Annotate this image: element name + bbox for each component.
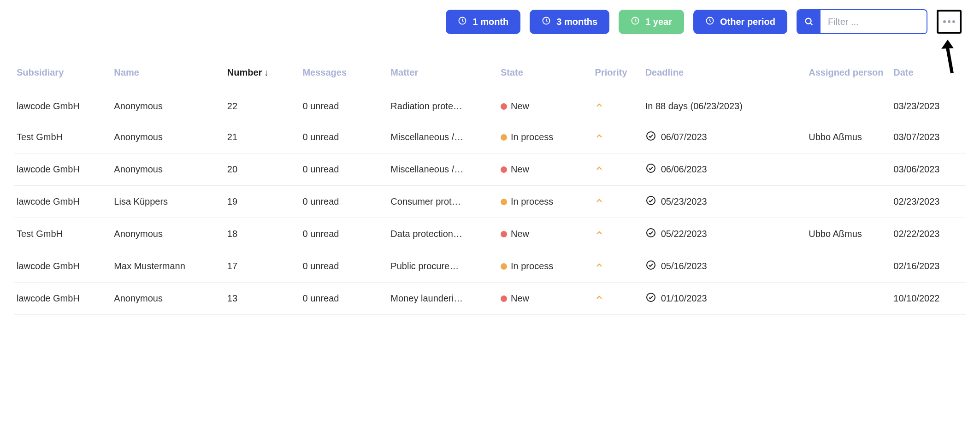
col-number-header[interactable]: Number↓ (224, 62, 300, 92)
cell-messages: 0 unread (300, 218, 388, 250)
state-dot-icon (501, 231, 507, 237)
col-priority-header[interactable]: Priority (592, 62, 643, 92)
cell-deadline: 06/06/2023 (643, 153, 806, 186)
toolbar: 1 month 3 months 1 year Other period (14, 9, 966, 34)
cell-priority (592, 92, 643, 121)
table-row[interactable]: Test GmbHAnonymous210 unreadMiscellaneou… (14, 121, 966, 153)
cell-state: New (498, 218, 592, 250)
cell-date: 02/23/2023 (891, 186, 966, 218)
table-row[interactable]: lawcode GmbHAnonymous200 unreadMiscellan… (14, 153, 966, 186)
cell-date: 03/07/2023 (891, 121, 966, 153)
filter-1-month-label: 1 month (472, 17, 508, 27)
cell-assigned (806, 92, 891, 121)
check-circle-icon (645, 130, 656, 144)
cell-messages: 0 unread (300, 121, 388, 153)
cell-assigned (806, 283, 891, 315)
check-circle-icon (645, 260, 656, 273)
col-deadline-header[interactable]: Deadline (643, 62, 806, 92)
state-dot-icon (501, 166, 507, 173)
filter-3-months-button[interactable]: 3 months (530, 10, 609, 34)
clock-icon (705, 16, 714, 28)
cell-number: 18 (224, 218, 300, 250)
col-state-header[interactable]: State (498, 62, 592, 92)
cell-messages: 0 unread (300, 283, 388, 315)
cell-assigned (806, 153, 891, 186)
cell-matter: Money launderi… (388, 283, 498, 315)
cell-number: 13 (224, 283, 300, 315)
filter-other-period-label: Other period (720, 17, 775, 27)
cell-assigned: Ubbo Aßmus (806, 121, 891, 153)
cell-priority (592, 218, 643, 250)
check-circle-icon (645, 163, 656, 176)
table-row[interactable]: lawcode GmbHMax Mustermann170 unreadPubl… (14, 250, 966, 283)
cell-matter: Public procure… (388, 250, 498, 283)
state-dot-icon (501, 295, 507, 302)
cell-priority (592, 283, 643, 315)
cell-matter: Miscellaneous /… (388, 153, 498, 186)
cell-subsidiary: lawcode GmbH (14, 153, 111, 186)
cell-subsidiary: lawcode GmbH (14, 186, 111, 218)
cell-subsidiary: lawcode GmbH (14, 283, 111, 315)
search-icon[interactable] (797, 10, 821, 33)
col-assigned-header[interactable]: Assigned person (806, 62, 891, 92)
table-row[interactable]: lawcode GmbHAnonymous220 unreadRadiation… (14, 92, 966, 121)
col-name-header[interactable]: Name (111, 62, 224, 92)
chevron-up-icon (595, 261, 603, 271)
sort-desc-icon: ↓ (264, 67, 268, 77)
cell-matter: Miscellaneous /… (388, 121, 498, 153)
cell-deadline: 05/16/2023 (643, 250, 806, 283)
cell-matter: Radiation prote… (388, 92, 498, 121)
filter-1-month-button[interactable]: 1 month (446, 10, 520, 34)
cell-messages: 0 unread (300, 250, 388, 283)
filter-1-year-button[interactable]: 1 year (619, 10, 684, 34)
clock-icon (631, 16, 640, 28)
state-dot-icon (501, 263, 507, 270)
chevron-up-icon (595, 132, 603, 142)
cell-state: In process (498, 250, 592, 283)
table-row[interactable]: lawcode GmbHLisa Küppers190 unreadConsum… (14, 186, 966, 218)
table-row[interactable]: Test GmbHAnonymous180 unreadData protect… (14, 218, 966, 250)
chevron-up-icon (595, 229, 603, 239)
cell-subsidiary: Test GmbH (14, 121, 111, 153)
cell-number: 22 (224, 92, 300, 121)
check-circle-icon (645, 195, 656, 208)
cell-state: New (498, 92, 592, 121)
cell-priority (592, 153, 643, 186)
cell-subsidiary: lawcode GmbH (14, 92, 111, 121)
cell-matter: Consumer prot… (388, 186, 498, 218)
col-date-header[interactable]: Date (891, 62, 966, 92)
cell-number: 20 (224, 153, 300, 186)
cell-name: Anonymous (111, 218, 224, 250)
cell-messages: 0 unread (300, 153, 388, 186)
cell-name: Max Mustermann (111, 250, 224, 283)
col-messages-header[interactable]: Messages (300, 62, 388, 92)
clock-icon (458, 16, 467, 28)
filter-other-period-button[interactable]: Other period (693, 10, 787, 34)
cell-number: 21 (224, 121, 300, 153)
chevron-up-icon (595, 293, 603, 303)
cell-state: In process (498, 121, 592, 153)
col-matter-header[interactable]: Matter (388, 62, 498, 92)
state-dot-icon (501, 134, 507, 141)
chevron-up-icon (595, 164, 603, 174)
check-circle-icon (645, 227, 656, 241)
col-subsidiary-header[interactable]: Subsidiary (14, 62, 111, 92)
cell-priority (592, 186, 643, 218)
cases-table: Subsidiary Name Number↓ Messages Matter … (14, 62, 966, 315)
table-header-row: Subsidiary Name Number↓ Messages Matter … (14, 62, 966, 92)
search-wrap (797, 9, 927, 34)
state-dot-icon (501, 199, 507, 205)
svg-point-8 (647, 196, 655, 205)
cell-assigned (806, 186, 891, 218)
cell-subsidiary: lawcode GmbH (14, 250, 111, 283)
table-row[interactable]: lawcode GmbHAnonymous130 unreadMoney lau… (14, 283, 966, 315)
search-input[interactable] (821, 11, 927, 33)
svg-point-9 (647, 229, 655, 237)
chevron-up-icon (595, 196, 603, 207)
svg-line-5 (810, 23, 812, 25)
cell-name: Anonymous (111, 121, 224, 153)
cell-deadline: 01/10/2023 (643, 283, 806, 315)
more-options-button[interactable] (937, 10, 962, 34)
cell-deadline: 05/23/2023 (643, 186, 806, 218)
cell-assigned: Ubbo Aßmus (806, 218, 891, 250)
